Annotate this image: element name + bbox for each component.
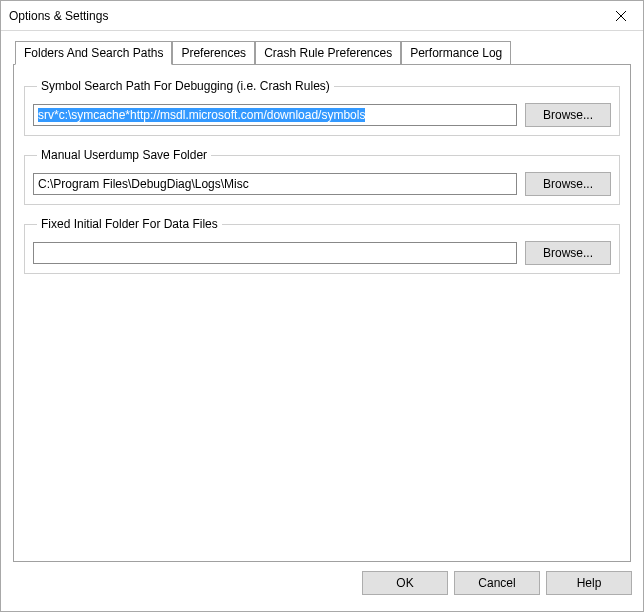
ok-button[interactable]: OK bbox=[362, 571, 448, 595]
tab-preferences[interactable]: Preferences bbox=[172, 41, 255, 64]
tab-performance-log[interactable]: Performance Log bbox=[401, 41, 511, 64]
userdump-folder-input[interactable]: C:\Program Files\DebugDiag\Logs\Misc bbox=[33, 173, 517, 195]
group-userdump-folder: Manual Userdump Save Folder C:\Program F… bbox=[24, 148, 620, 205]
tab-label: Crash Rule Preferences bbox=[264, 46, 392, 60]
tab-folders-search-paths[interactable]: Folders And Search Paths bbox=[15, 41, 172, 65]
browse-userdump-button[interactable]: Browse... bbox=[525, 172, 611, 196]
group-data-files-folder: Fixed Initial Folder For Data Files Brow… bbox=[24, 217, 620, 274]
input-text: C:\Program Files\DebugDiag\Logs\Misc bbox=[38, 177, 249, 191]
browse-symbol-button[interactable]: Browse... bbox=[525, 103, 611, 127]
dialog-content: Folders And Search Paths Preferences Cra… bbox=[1, 31, 643, 569]
group-legend: Manual Userdump Save Folder bbox=[37, 148, 211, 162]
row: srv*c:\symcache*http://msdl.microsoft.co… bbox=[33, 103, 611, 127]
close-button[interactable] bbox=[598, 1, 643, 30]
help-button[interactable]: Help bbox=[546, 571, 632, 595]
row: Browse... bbox=[33, 241, 611, 265]
data-files-folder-input[interactable] bbox=[33, 242, 517, 264]
symbol-path-input[interactable]: srv*c:\symcache*http://msdl.microsoft.co… bbox=[33, 104, 517, 126]
close-icon bbox=[616, 11, 626, 21]
tab-label: Preferences bbox=[181, 46, 246, 60]
cancel-button[interactable]: Cancel bbox=[454, 571, 540, 595]
row: C:\Program Files\DebugDiag\Logs\Misc Bro… bbox=[33, 172, 611, 196]
tab-crash-rule-preferences[interactable]: Crash Rule Preferences bbox=[255, 41, 401, 64]
tab-bar: Folders And Search Paths Preferences Cra… bbox=[15, 41, 631, 64]
group-legend: Fixed Initial Folder For Data Files bbox=[37, 217, 222, 231]
group-symbol-search-path: Symbol Search Path For Debugging (i.e. C… bbox=[24, 79, 620, 136]
browse-datafiles-button[interactable]: Browse... bbox=[525, 241, 611, 265]
window-title: Options & Settings bbox=[9, 9, 598, 23]
dialog-footer: OK Cancel Help bbox=[0, 562, 644, 604]
group-legend: Symbol Search Path For Debugging (i.e. C… bbox=[37, 79, 334, 93]
titlebar: Options & Settings bbox=[1, 1, 643, 31]
tab-label: Folders And Search Paths bbox=[24, 46, 163, 60]
tab-label: Performance Log bbox=[410, 46, 502, 60]
input-selected-text: srv*c:\symcache*http://msdl.microsoft.co… bbox=[38, 108, 365, 122]
tab-panel-folders: Symbol Search Path For Debugging (i.e. C… bbox=[13, 64, 631, 562]
